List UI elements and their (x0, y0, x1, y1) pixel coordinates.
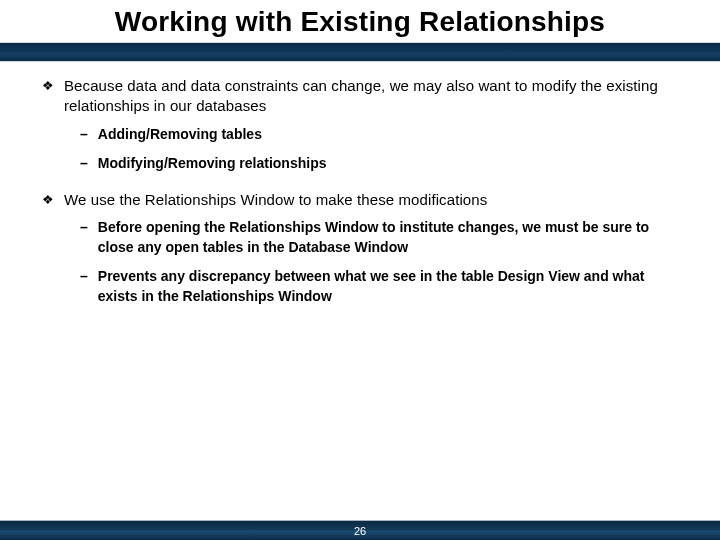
diamond-bullet-icon: ❖ (42, 190, 54, 210)
slide-title: Working with Existing Relationships (40, 6, 680, 38)
content-area: ❖ Because data and data constraints can … (0, 62, 720, 540)
sub-bullet-item: – Modifying/Removing relationships (80, 154, 678, 174)
sub-bullet-item: – Adding/Removing tables (80, 125, 678, 145)
dash-bullet-icon: – (80, 125, 88, 145)
sub-bullet-text: Modifying/Removing relationships (98, 154, 678, 174)
dash-bullet-icon: – (80, 218, 88, 257)
slide: Working with Existing Relationships ❖ Be… (0, 0, 720, 540)
title-bar (0, 42, 720, 62)
sub-list: – Before opening the Relationships Windo… (80, 218, 678, 306)
footer-bar: 26 (0, 520, 720, 540)
sub-bullet-text: Before opening the Relationships Window … (98, 218, 678, 257)
dash-bullet-icon: – (80, 267, 88, 306)
bullet-item: ❖ We use the Relationships Window to mak… (42, 190, 678, 210)
footer: 26 (0, 520, 720, 540)
title-wrap: Working with Existing Relationships (0, 0, 720, 38)
diamond-bullet-icon: ❖ (42, 76, 54, 117)
bullet-item: ❖ Because data and data constraints can … (42, 76, 678, 117)
sub-bullet-item: – Before opening the Relationships Windo… (80, 218, 678, 257)
sub-bullet-text: Prevents any discrepancy between what we… (98, 267, 678, 306)
page-number: 26 (354, 525, 366, 537)
bullet-text: We use the Relationships Window to make … (64, 190, 678, 210)
bullet-text: Because data and data constraints can ch… (64, 76, 678, 117)
dash-bullet-icon: – (80, 154, 88, 174)
sub-list: – Adding/Removing tables – Modifying/Rem… (80, 125, 678, 174)
sub-bullet-text: Adding/Removing tables (98, 125, 678, 145)
sub-bullet-item: – Prevents any discrepancy between what … (80, 267, 678, 306)
